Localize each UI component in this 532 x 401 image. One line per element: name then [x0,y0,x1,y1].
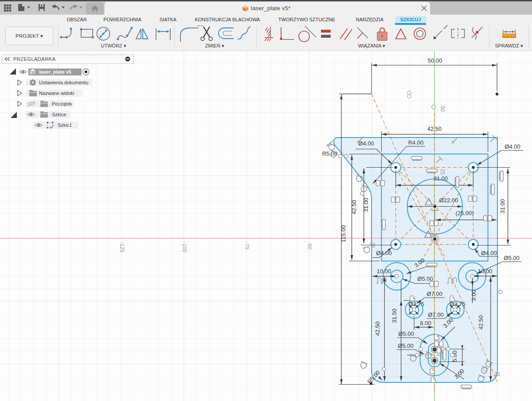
svg-text:31.00: 31.00 [434,175,448,182]
svg-text:R5.00: R5.00 [322,150,338,157]
svg-text:Początek: Początek [52,101,72,106]
svg-text:31.00: 31.00 [363,198,369,212]
svg-text:Szkice: Szkice [52,112,66,117]
svg-text:31.00: 31.00 [499,199,506,214]
svg-text:-50: -50 [306,242,313,250]
svg-text:Ø7.00: Ø7.00 [428,311,443,318]
svg-text:laser_plate v5*: laser_plate v5* [251,5,291,12]
svg-text:PRZEGLĄDARKA: PRZEGLĄDARKA [13,56,55,62]
svg-text:Ø4.00: Ø4.00 [358,140,374,147]
svg-text:-125: -125 [119,242,125,252]
svg-text:42.50: 42.50 [477,315,484,330]
svg-text:-25: -25 [369,240,376,248]
svg-text:Ø7.00: Ø7.00 [426,291,442,297]
svg-text:31.50: 31.50 [391,309,398,323]
svg-text:Szkic1: Szkic1 [58,122,72,128]
svg-text:10.00: 10.00 [478,268,493,275]
svg-text:42.50: 42.50 [427,126,442,132]
svg-text:Ø22.00: Ø22.00 [439,197,458,204]
svg-text:115.00: 115.00 [340,225,347,243]
svg-text:Ø4.00: Ø4.00 [376,250,391,256]
svg-text:42.50: 42.50 [351,200,357,215]
svg-text:10.00: 10.00 [377,268,391,275]
svg-text:Ustawienia dokumentu: Ustawienia dokumentu [39,80,88,85]
svg-text:8.00: 8.00 [420,320,431,326]
svg-text:laser_plate v5: laser_plate v5 [39,69,71,75]
svg-text:Ø3.75: Ø3.75 [408,301,424,307]
svg-text:Ø5.00: Ø5.00 [504,255,519,261]
svg-text:(25.00): (25.00) [455,210,473,216]
svg-text:-100: -100 [181,242,188,252]
svg-text:Ø4.00: Ø4.00 [481,250,497,256]
svg-text:Ø5.00: Ø5.00 [398,342,413,349]
svg-text:42.50: 42.50 [374,322,381,336]
svg-text:Nazwane widoki: Nazwane widoki [39,90,74,96]
svg-text:R4.00: R4.00 [408,139,424,146]
svg-text:50.00: 50.00 [428,57,442,64]
svg-text:3.00: 3.00 [470,290,477,301]
svg-text:50: 50 [439,106,446,112]
svg-text:Ø4.00: Ø4.00 [505,143,520,150]
svg-text:Ø5.00: Ø5.00 [398,330,414,337]
svg-text:Ø3.75: Ø3.75 [450,301,465,307]
svg-text:25: 25 [439,169,446,175]
svg-text:-75: -75 [244,242,250,250]
